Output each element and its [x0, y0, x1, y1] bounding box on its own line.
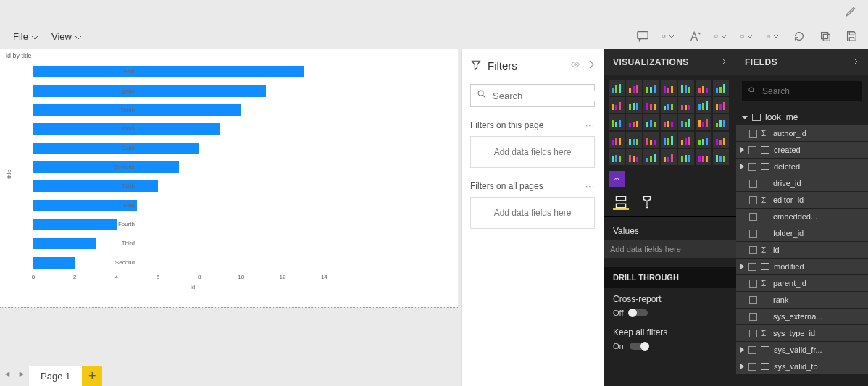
viz-type-icon[interactable] — [643, 97, 659, 113]
bar-chart[interactable]: id title FirstgageTenthninthEigthSeventh… — [6, 62, 448, 290]
viz-type-icon[interactable] — [678, 80, 694, 96]
report-canvas[interactable]: id by title id title FirstgageTenthninth… — [0, 49, 458, 307]
viz-type-icon[interactable] — [678, 132, 694, 148]
viz-type-icon[interactable] — [696, 132, 711, 148]
viz-type-icon[interactable] — [696, 97, 711, 113]
viz-type-icon[interactable] — [696, 149, 711, 165]
viz-type-icon[interactable] — [661, 132, 677, 148]
checkbox[interactable] — [748, 146, 756, 154]
checkbox[interactable] — [748, 346, 756, 354]
format-tab[interactable] — [639, 194, 655, 210]
viz-type-icon[interactable] — [609, 114, 625, 130]
viz-type-icon[interactable] — [626, 80, 642, 96]
fields-header[interactable]: FIELDS — [736, 49, 868, 75]
filters-on-page-drop[interactable]: Add data fields here — [470, 136, 595, 168]
viz-type-icon[interactable] — [609, 80, 625, 96]
checkbox[interactable] — [748, 163, 756, 171]
collapse-icon[interactable] — [588, 59, 595, 72]
save-icon[interactable] — [845, 30, 858, 43]
viz-type-icon[interactable] — [696, 114, 711, 130]
view-icon[interactable] — [714, 30, 727, 43]
viz-type-icon[interactable] — [661, 149, 677, 165]
field-item[interactable]: folder_id — [736, 225, 868, 241]
checkbox[interactable] — [749, 313, 757, 321]
viz-type-icon[interactable] — [643, 114, 659, 130]
field-item[interactable]: embedded... — [736, 209, 868, 225]
field-item[interactable]: rank — [736, 292, 868, 308]
bar[interactable] — [33, 104, 241, 116]
viz-type-icon[interactable] — [609, 149, 625, 165]
field-item[interactable]: Σauthor_id — [736, 125, 868, 141]
viz-type-icon[interactable] — [643, 149, 659, 165]
button-icon[interactable] — [740, 30, 754, 43]
checkbox[interactable] — [749, 280, 757, 288]
viz-type-icon[interactable] — [661, 114, 677, 130]
field-item[interactable]: drive_id — [736, 175, 868, 191]
more-icon[interactable]: ··· — [585, 181, 595, 191]
page-prev[interactable]: ◄ — [0, 361, 14, 386]
bar[interactable] — [33, 219, 117, 230]
checkbox[interactable] — [749, 130, 757, 138]
viz-type-icon[interactable] — [626, 97, 642, 113]
duplicate-icon[interactable] — [819, 30, 832, 43]
fields-search[interactable] — [742, 81, 862, 101]
layout-icon[interactable] — [767, 30, 780, 43]
bar[interactable] — [33, 66, 304, 77]
viz-type-icon[interactable] — [609, 132, 625, 148]
viz-type-icon[interactable] — [626, 132, 642, 148]
checkbox[interactable] — [749, 213, 757, 221]
filters-on-all-drop[interactable]: Add data fields here — [470, 197, 595, 229]
viz-python-icon[interactable]: ∞ — [609, 171, 625, 187]
add-page-button[interactable]: + — [82, 366, 102, 386]
viz-type-icon[interactable] — [678, 114, 694, 130]
viz-type-icon[interactable] — [713, 114, 729, 130]
refresh-icon[interactable] — [793, 30, 806, 43]
table-node[interactable]: look_me — [742, 110, 862, 125]
viz-type-icon[interactable] — [713, 149, 729, 165]
field-item[interactable]: Σparent_id — [736, 275, 868, 291]
viz-type-icon[interactable] — [713, 132, 729, 148]
comment-icon[interactable] — [636, 30, 649, 43]
viz-type-icon[interactable] — [678, 97, 694, 113]
page-next[interactable]: ► — [14, 361, 29, 386]
viz-type-icon[interactable] — [678, 149, 694, 165]
field-item[interactable]: sys_valid_to — [736, 358, 868, 374]
checkbox[interactable] — [748, 363, 756, 371]
field-item[interactable]: Σeditor_id — [736, 192, 868, 208]
field-item[interactable]: modified — [736, 259, 868, 274]
eye-icon[interactable] — [570, 59, 580, 72]
text-icon[interactable] — [688, 30, 701, 43]
field-item[interactable]: created — [736, 142, 868, 158]
field-item[interactable]: deleted — [736, 159, 868, 175]
field-item[interactable]: sys_valid_fr... — [736, 342, 868, 358]
filters-search[interactable] — [470, 84, 595, 107]
viz-type-icon[interactable] — [661, 80, 677, 96]
field-item[interactable]: Σsys_type_id — [736, 325, 868, 341]
bar[interactable] — [33, 180, 158, 192]
field-item[interactable]: sys_externa... — [736, 309, 868, 324]
checkbox[interactable] — [749, 246, 757, 254]
viz-type-icon[interactable] — [609, 97, 625, 113]
checkbox[interactable] — [749, 196, 757, 204]
more-icon[interactable]: ··· — [585, 120, 595, 130]
viz-type-icon[interactable] — [643, 132, 659, 148]
viz-type-icon[interactable] — [626, 114, 642, 130]
viz-type-icon[interactable] — [713, 80, 729, 96]
filters-search-input[interactable] — [493, 91, 614, 101]
field-item[interactable]: Σid — [736, 242, 868, 258]
fields-tab[interactable] — [613, 194, 629, 210]
cross-report-toggle[interactable] — [629, 309, 648, 316]
values-well-drop[interactable]: Add data fields here — [604, 240, 736, 258]
bar[interactable] — [33, 161, 179, 173]
page-tab[interactable]: Page 1 — [29, 366, 82, 386]
viz-type-icon[interactable] — [626, 149, 642, 165]
menu-view[interactable]: View — [47, 28, 86, 45]
checkbox[interactable] — [749, 180, 757, 188]
checkbox[interactable] — [748, 263, 756, 271]
checkbox[interactable] — [749, 230, 757, 238]
viz-type-icon[interactable] — [713, 97, 729, 113]
edit-icon[interactable] — [845, 4, 858, 17]
viz-type-icon[interactable] — [696, 80, 711, 96]
fields-search-input[interactable] — [762, 86, 868, 96]
bar[interactable] — [33, 257, 75, 269]
